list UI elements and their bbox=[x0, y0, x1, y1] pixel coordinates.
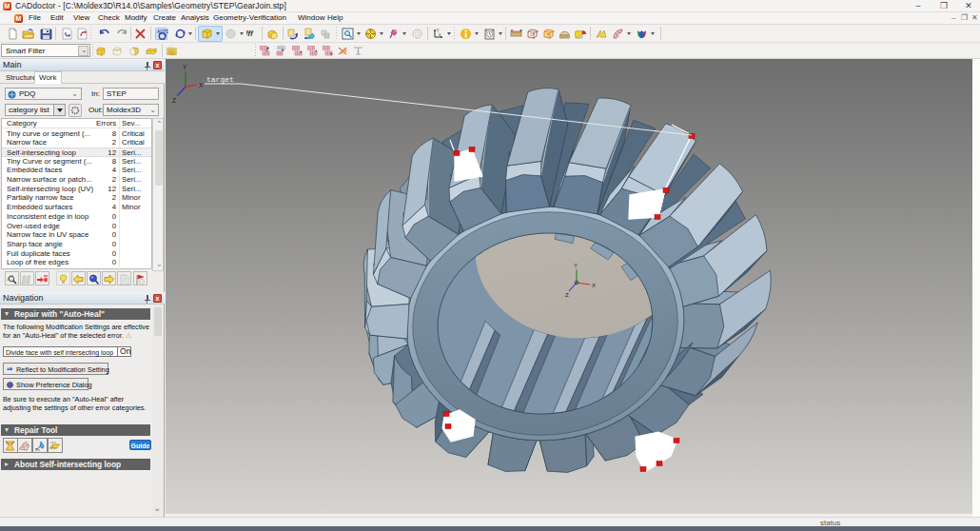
svg-text:Y: Y bbox=[574, 263, 578, 268]
svg-text:1?: 1? bbox=[530, 32, 535, 37]
svg-text:x: x bbox=[439, 32, 441, 37]
svg-text:Z: Z bbox=[565, 292, 569, 298]
svg-text:target: target bbox=[206, 75, 234, 84]
svg-text:X: X bbox=[199, 82, 204, 88]
svg-text:Z: Z bbox=[172, 97, 176, 104]
svg-text:fff: fff bbox=[246, 30, 254, 38]
svg-text:Y: Y bbox=[183, 64, 187, 70]
svg-text:X: X bbox=[592, 283, 596, 288]
